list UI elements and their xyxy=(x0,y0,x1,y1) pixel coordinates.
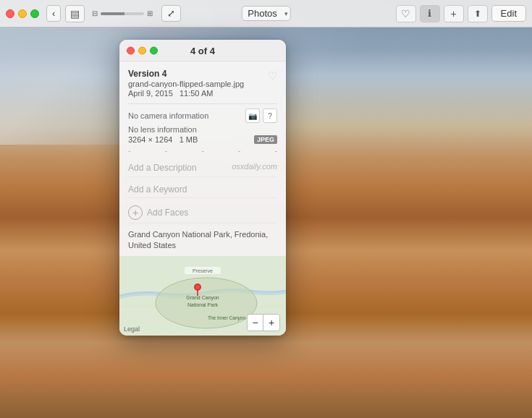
keyword-field[interactable]: Add a Keyword xyxy=(128,182,277,198)
main-toolbar: ‹ ▤ ⊟ ⊞ ⤢ Photos ▾ ♡ ℹ + ⬆ Edit xyxy=(0,0,532,27)
dimension-values: 3264 × 1264 xyxy=(128,135,172,144)
maximize-button[interactable] xyxy=(30,9,39,18)
camera-icon-button[interactable]: 📷 xyxy=(245,108,260,123)
date-text: April 9, 2015 xyxy=(128,89,173,98)
tech-icon-buttons: 📷 ? xyxy=(245,108,277,123)
info-panel: 4 of 4 Version 4 grand-canyon-flipped-sa… xyxy=(119,40,286,336)
sidebar-toggle-button[interactable]: ▤ xyxy=(65,5,85,22)
toolbar-traffic-lights xyxy=(6,9,39,18)
help-icon-button[interactable]: ? xyxy=(263,108,277,123)
camera-info-text: No camera information xyxy=(128,111,208,120)
time-text: 11:50 AM xyxy=(180,89,213,98)
library-selector[interactable]: Photos ▾ xyxy=(241,6,290,21)
edit-button[interactable]: Edit xyxy=(491,5,526,22)
location-text: Grand Canyon National Park, Fredonia, Un… xyxy=(128,229,277,252)
panel-titlebar: 4 of 4 xyxy=(119,40,286,61)
share-icon: ⬆ xyxy=(474,9,481,19)
panel-close-button[interactable] xyxy=(127,46,135,54)
zoom-slider[interactable] xyxy=(101,12,144,15)
library-title: Photos xyxy=(241,6,290,21)
panel-minimize-button[interactable] xyxy=(138,46,146,54)
panel-title: 4 of 4 xyxy=(190,46,215,56)
divider-1 xyxy=(128,103,277,104)
svg-text:National Park: National Park xyxy=(187,302,219,307)
zoom-slider-container: ⊟ ⊞ xyxy=(92,9,153,17)
svg-text:Preserve: Preserve xyxy=(193,268,213,273)
back-button[interactable]: ‹ xyxy=(46,5,61,22)
share-button[interactable]: ⬆ xyxy=(468,5,488,22)
file-size-text: 1 MB xyxy=(180,135,198,144)
watermark-text: osxdaily.com xyxy=(232,162,277,171)
info-button[interactable]: ℹ xyxy=(420,5,440,22)
back-icon: ‹ xyxy=(52,8,55,19)
svg-text:The Inner Canyon: The Inner Canyon xyxy=(208,315,245,321)
minimize-button[interactable] xyxy=(18,9,27,18)
description-placeholder: Add a Description xyxy=(128,163,197,173)
zoom-in-icon: ⊞ xyxy=(147,9,153,17)
question-icon: ? xyxy=(268,112,272,120)
fullscreen-icon: ⤢ xyxy=(167,8,175,19)
map-legal-text[interactable]: Legal xyxy=(124,325,140,333)
zoom-out-icon: ⊟ xyxy=(92,9,98,17)
add-button[interactable]: + xyxy=(444,5,464,22)
version-label: Version 4 xyxy=(128,69,263,79)
heart-icon: ♡ xyxy=(401,8,410,20)
dashes-row: - - - - - xyxy=(128,146,277,155)
map-zoom-out-button[interactable]: − xyxy=(248,315,263,330)
fullscreen-button[interactable]: ⤢ xyxy=(161,5,181,22)
filename-label: grand-canyon-flipped-sample.jpg xyxy=(128,80,263,88)
toolbar-title-area: Photos ▾ xyxy=(241,6,290,21)
map-zoom-controls: − + xyxy=(247,314,280,331)
toolbar-right-actions: ♡ ℹ + ⬆ Edit xyxy=(396,5,526,22)
add-faces-label: Add Faces xyxy=(147,208,188,218)
description-field[interactable]: Add a Description osxdaily.com xyxy=(128,159,277,177)
sidebar-icon: ▤ xyxy=(70,8,80,20)
tech-info-section: No camera information 📷 ? No lens inform… xyxy=(128,108,277,155)
panel-maximize-button[interactable] xyxy=(150,46,158,54)
svg-text:Grand Canyon: Grand Canyon xyxy=(186,295,219,301)
panel-content: Version 4 grand-canyon-flipped-sample.jp… xyxy=(119,61,286,256)
favorite-button[interactable]: ♡ xyxy=(396,5,416,22)
close-button[interactable] xyxy=(6,9,14,18)
lens-info-text: No lens information xyxy=(128,125,197,134)
photo-favorite-button[interactable]: ♡ xyxy=(268,69,277,82)
svg-point-11 xyxy=(195,285,200,289)
keyword-placeholder: Add a Keyword xyxy=(128,184,187,195)
info-icon: ℹ xyxy=(428,8,431,19)
format-badge: JPEG xyxy=(254,135,277,144)
plus-circle-icon: + xyxy=(128,205,143,220)
add-faces-button[interactable]: + Add Faces xyxy=(128,202,277,223)
panel-traffic-lights xyxy=(127,46,158,54)
dimensions-text: 3264 × 1264 1 MB xyxy=(128,135,198,144)
map-container[interactable]: Preserve Grand Canyon National Park The … xyxy=(119,256,286,336)
photo-metadata: Version 4 grand-canyon-flipped-sample.jp… xyxy=(128,69,277,98)
map-zoom-in-button[interactable]: + xyxy=(263,315,279,330)
datetime-label: April 9, 2015 11:50 AM xyxy=(128,89,263,98)
camera-icon: 📷 xyxy=(248,112,257,120)
plus-icon: + xyxy=(451,8,457,20)
